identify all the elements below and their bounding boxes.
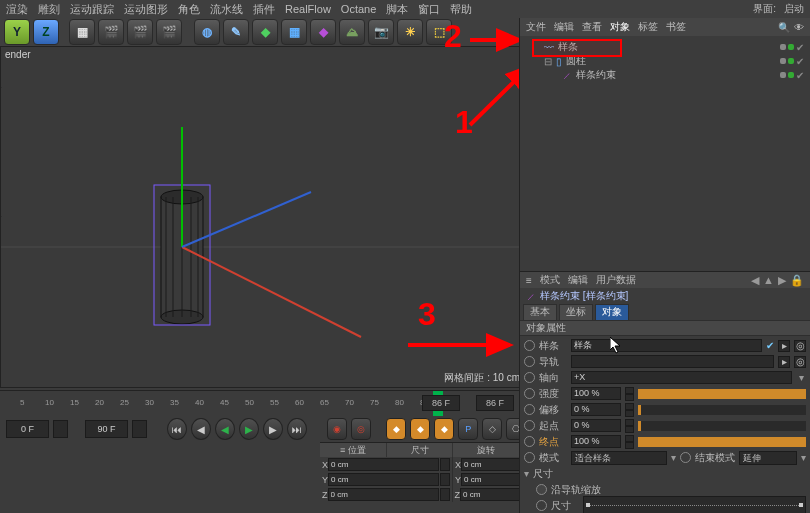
- goto-end-button[interactable]: ⏭: [287, 418, 307, 440]
- target-icon[interactable]: ◎: [794, 356, 806, 368]
- range-end[interactable]: 90 F: [85, 420, 128, 438]
- menu-item[interactable]: 帮助: [450, 2, 472, 17]
- record-key-button[interactable]: ◉: [327, 418, 347, 440]
- om-menu[interactable]: 编辑: [554, 20, 574, 34]
- param-enable[interactable]: [524, 356, 535, 367]
- menu-item[interactable]: 脚本: [386, 2, 408, 17]
- am-menu[interactable]: 用户数据: [596, 273, 636, 287]
- key-pla-button[interactable]: ◇: [482, 418, 502, 440]
- end-slider[interactable]: [638, 437, 806, 447]
- spin[interactable]: [53, 420, 68, 438]
- param-enable[interactable]: [524, 388, 535, 399]
- menu-item[interactable]: 渲染: [6, 2, 28, 17]
- checkbox[interactable]: [536, 484, 547, 495]
- eye-icon[interactable]: 👁: [794, 22, 804, 33]
- fwd-icon[interactable]: ▶: [778, 274, 786, 287]
- spin[interactable]: [625, 435, 634, 449]
- om-menu[interactable]: 标签: [638, 20, 658, 34]
- tab-object[interactable]: 对象: [595, 304, 629, 320]
- target-icon[interactable]: ◎: [794, 340, 806, 352]
- array-icon[interactable]: ▦: [281, 19, 307, 45]
- spin[interactable]: [440, 458, 450, 471]
- end-value[interactable]: 100 %: [571, 435, 621, 448]
- spin[interactable]: [625, 419, 634, 433]
- am-menu[interactable]: 模式: [540, 273, 560, 287]
- rail-link-field[interactable]: [571, 355, 774, 368]
- key-pos-button[interactable]: ◆: [386, 418, 406, 440]
- tree-item-splineconstraint[interactable]: ⟋ 样条约束 ✔: [526, 68, 804, 82]
- spin[interactable]: [132, 420, 147, 438]
- autokey-button[interactable]: ◎: [351, 418, 371, 440]
- endmode-dropdown[interactable]: 延伸: [739, 451, 797, 465]
- start-slider[interactable]: [638, 421, 806, 431]
- om-menu[interactable]: 对象: [610, 20, 630, 34]
- play-back-button[interactable]: ◀: [215, 418, 235, 440]
- key-scale-button[interactable]: ◆: [410, 418, 430, 440]
- axis-y-button[interactable]: Y: [4, 19, 30, 45]
- arrow-icon[interactable]: ▸: [778, 356, 790, 368]
- primitive-cube-icon[interactable]: ◍: [194, 19, 220, 45]
- timeline-end2[interactable]: 86 F: [476, 395, 514, 411]
- tab-basic[interactable]: 基本: [523, 304, 557, 320]
- menu-item[interactable]: RealFlow: [285, 3, 331, 15]
- param-enable[interactable]: [524, 436, 535, 447]
- spin[interactable]: [440, 488, 450, 501]
- param-enable[interactable]: [524, 372, 535, 383]
- mode-dropdown[interactable]: 适合样条: [571, 451, 667, 465]
- render-button[interactable]: 🎬: [98, 19, 124, 45]
- arrow-icon[interactable]: ▸: [778, 340, 790, 352]
- pos-x[interactable]: [328, 458, 439, 471]
- range-start[interactable]: 0 F: [6, 420, 49, 438]
- timeline-current[interactable]: 86 F: [422, 395, 460, 411]
- pos-z[interactable]: [328, 488, 439, 501]
- param-enable[interactable]: [524, 404, 535, 415]
- search-icon[interactable]: 🔍: [778, 22, 790, 33]
- nav-icon[interactable]: ▲: [763, 274, 774, 286]
- spin[interactable]: [440, 473, 450, 486]
- key-rot-button[interactable]: ◆: [434, 418, 454, 440]
- om-menu[interactable]: 查看: [582, 20, 602, 34]
- deformer-icon[interactable]: ◆: [310, 19, 336, 45]
- om-menu[interactable]: 书签: [666, 20, 686, 34]
- step-forward-button[interactable]: ▶: [263, 418, 283, 440]
- menu-item[interactable]: 插件: [253, 2, 275, 17]
- menu-item[interactable]: 流水线: [210, 2, 243, 17]
- picture-viewer-icon[interactable]: ▦: [69, 19, 95, 45]
- menu-item[interactable]: Octane: [341, 3, 376, 15]
- size-curve[interactable]: [583, 496, 806, 514]
- layout-value[interactable]: 启动: [784, 2, 804, 16]
- axis-dropdown[interactable]: +X: [571, 371, 792, 384]
- disclosure-icon[interactable]: ▾: [524, 468, 529, 479]
- param-enable[interactable]: [524, 340, 535, 351]
- tab-coord[interactable]: 坐标: [559, 304, 593, 320]
- lock-icon[interactable]: 🔒: [790, 274, 804, 287]
- offset-slider[interactable]: [638, 405, 806, 415]
- menu-item[interactable]: 运动跟踪: [70, 2, 114, 17]
- render-settings-icon[interactable]: 🎬: [127, 19, 153, 45]
- environment-icon[interactable]: ⛰: [339, 19, 365, 45]
- nurbs-icon[interactable]: ◆: [252, 19, 278, 45]
- menu-item[interactable]: 窗口: [418, 2, 440, 17]
- play-forward-button[interactable]: ▶: [239, 418, 259, 440]
- menu-item[interactable]: 角色: [178, 2, 200, 17]
- menu-item[interactable]: 运动图形: [124, 2, 168, 17]
- start-value[interactable]: 0 %: [571, 419, 621, 432]
- strength-slider[interactable]: [638, 389, 806, 399]
- pos-y[interactable]: [328, 473, 439, 486]
- param-enable[interactable]: [524, 452, 535, 463]
- step-back-button[interactable]: ◀: [191, 418, 211, 440]
- key-param-button[interactable]: P: [458, 418, 478, 440]
- menu-item[interactable]: 雕刻: [38, 2, 60, 17]
- back-icon[interactable]: ◀: [751, 274, 759, 287]
- spline-pen-icon[interactable]: ✎: [223, 19, 249, 45]
- strength-value[interactable]: 100 %: [571, 387, 621, 400]
- om-menu[interactable]: 文件: [526, 20, 546, 34]
- camera-icon[interactable]: 📷: [368, 19, 394, 45]
- expand-icon[interactable]: ⊟: [544, 56, 552, 67]
- light-icon[interactable]: ☀: [397, 19, 423, 45]
- offset-value[interactable]: 0 %: [571, 403, 621, 416]
- spline-link-field[interactable]: 样条: [571, 339, 762, 352]
- param-enable[interactable]: [524, 420, 535, 431]
- param-enable[interactable]: [680, 452, 691, 463]
- goto-start-button[interactable]: ⏮: [167, 418, 187, 440]
